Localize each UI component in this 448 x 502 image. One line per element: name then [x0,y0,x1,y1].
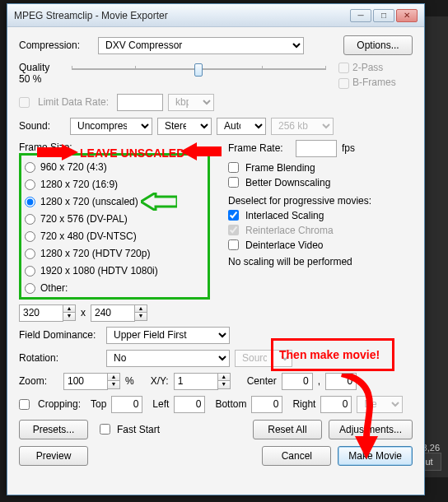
rotation-label: Rotation: [19,352,101,364]
fs-radio-hdtv-1080i[interactable] [25,266,35,277]
cropping-label: Cropping: [38,398,86,410]
custom-height-spinner[interactable]: ▲▼ [91,304,147,322]
crop-top-input[interactable] [111,396,142,413]
cropping-checkbox[interactable] [19,399,30,410]
movie-exporter-window: MPEG Streamclip - Movie Exporter ─ □ ✕ C… [7,3,425,495]
reinterlace-chroma-checkbox [228,225,239,235]
fs-radio-dv-ntsc[interactable] [25,231,35,242]
make-movie-button[interactable]: Make Movie [338,446,413,466]
center-x-input[interactable] [282,373,313,390]
frame-rate-input[interactable] [296,140,337,157]
limit-datarate-unit: kbps [168,94,214,111]
zoom-spinner[interactable]: ▲▼ [63,373,120,390]
fps-label: fps [342,142,355,154]
fs-label-5[interactable]: 1280 x 720 (HDTV 720p) [40,248,150,259]
frame-blending-checkbox[interactable] [228,162,239,173]
xy-label: X/Y: [151,375,169,387]
crop-dest-select: Destinati [357,396,403,413]
spin-down-icon[interactable]: ▼ [63,313,75,320]
options-button[interactable]: Options... [343,35,413,55]
fs-label-4[interactable]: 720 x 480 (DV-NTSC) [40,230,137,242]
frame-blending-label: Frame Blending [245,162,315,174]
rotation-source-select: Source [235,350,292,367]
deinterlace-video-checkbox[interactable] [228,239,239,250]
center-label: Center [247,375,277,387]
zoom-pct: % [125,375,134,387]
custom-height-input[interactable] [91,304,135,322]
deselect-note: Deselect for progressive movies: [228,195,413,207]
maximize-button[interactable]: □ [373,9,394,22]
adjustments-button[interactable]: Adjustments... [329,420,413,439]
fs-label-7[interactable]: Other: [40,282,68,294]
quality-slider[interactable] [72,62,325,77]
fs-radio-960x720-4-3[interactable] [25,162,35,173]
crop-left-label: Left [152,398,169,410]
better-downscaling-checkbox[interactable] [228,177,239,188]
frame-size-group: 960 x 720 (4:3) 1280 x 720 (16:9) 1280 x… [19,153,210,300]
frame-size-label: Frame Size: [19,142,72,153]
bframes-checkbox [338,78,349,89]
sound-bitrate-select: 256 kbps [271,118,334,135]
sound-codec-select[interactable]: Uncompressed [70,118,152,135]
titlebar[interactable]: MPEG Streamclip - Movie Exporter ─ □ ✕ [7,4,424,27]
window-title: MPEG Streamclip - Movie Exporter [14,10,168,21]
crop-bottom-label: Bottom [215,398,246,410]
crop-right-label: Right [292,398,315,410]
fs-radio-hdtv-720p[interactable] [25,249,35,259]
minimize-button[interactable]: ─ [350,9,371,22]
crop-left-input[interactable] [174,396,205,413]
custom-width-input[interactable] [19,304,63,322]
fs-radio-dv-pal[interactable] [25,214,35,225]
spin-up-icon[interactable]: ▲ [108,374,119,381]
interlaced-scaling-label: Interlaced Scaling [245,210,324,221]
spin-up-icon[interactable]: ▲ [63,305,75,313]
dimension-x: x [81,307,86,318]
sound-channels-select[interactable]: Stereo [157,118,212,135]
fs-label-3[interactable]: 720 x 576 (DV-PAL) [40,213,128,225]
xy-input[interactable] [174,373,218,390]
limit-datarate-label: Limit Data Rate: [38,96,112,108]
compression-label: Compression: [19,40,93,51]
rotation-select[interactable]: No [106,350,230,367]
sound-rate-select[interactable]: Auto [217,118,266,135]
fs-label-6[interactable]: 1920 x 1080 (HDTV 1080i) [40,265,158,277]
cancel-button[interactable]: Cancel [262,446,331,466]
presets-button[interactable]: Presets... [19,420,88,439]
sound-label: Sound: [19,120,65,132]
frame-rate-label: Frame Rate: [228,142,291,154]
fs-label-2[interactable]: 1280 x 720 (unscaled) [40,196,138,207]
spin-down-icon[interactable]: ▼ [218,381,230,388]
twopass-label: 2-Pass [352,62,383,73]
quality-percent: 50 % [19,73,58,85]
quality-label: Quality [19,62,58,73]
crop-bottom-input[interactable] [251,396,282,413]
spin-down-icon[interactable]: ▼ [135,313,147,320]
close-button[interactable]: ✕ [396,9,418,22]
compression-select[interactable]: DXV Compressor [98,37,304,54]
limit-datarate-checkbox [19,97,30,108]
crop-right-input[interactable] [320,396,352,413]
center-comma: , [318,375,320,387]
reset-all-button[interactable]: Reset All [253,420,322,439]
limit-datarate-input [117,94,163,111]
field-dominance-select[interactable]: Upper Field First [106,327,230,344]
field-dominance-label: Field Dominance: [19,329,101,341]
xy-spinner[interactable]: ▲▼ [174,373,231,390]
interlaced-scaling-checkbox[interactable] [228,210,239,221]
center-y-input[interactable] [325,373,357,390]
custom-width-spinner[interactable]: ▲▼ [19,304,76,322]
scaling-note: No scaling will be performed [228,256,413,267]
fs-radio-other[interactable] [25,283,35,294]
fs-label-1[interactable]: 1280 x 720 (16:9) [40,179,118,190]
better-downscaling-label: Better Downscaling [245,177,330,188]
crop-top-label: Top [91,398,106,410]
fs-radio-1280x720-16-9[interactable] [25,179,35,190]
preview-button[interactable]: Preview [19,446,88,466]
spin-up-icon[interactable]: ▲ [135,305,147,313]
spin-up-icon[interactable]: ▲ [218,374,230,381]
spin-down-icon[interactable]: ▼ [108,381,119,388]
fs-radio-1280x720-unscaled[interactable] [25,197,35,207]
zoom-input[interactable] [63,373,108,390]
fast-start-checkbox[interactable] [100,424,110,435]
fs-label-0[interactable]: 960 x 720 (4:3) [40,161,107,173]
